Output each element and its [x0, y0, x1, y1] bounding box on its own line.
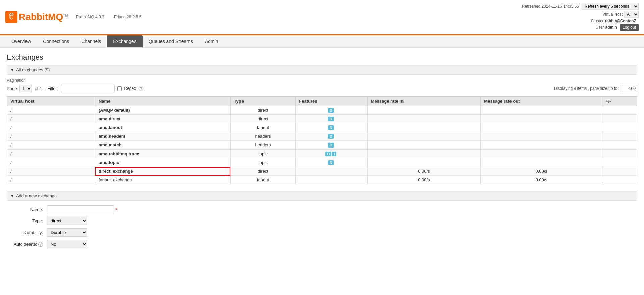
- refresh-select[interactable]: Refresh every 5 seconds Refresh every 10…: [582, 3, 639, 10]
- of-label: of 1: [35, 86, 42, 91]
- page-label: Page: [7, 86, 17, 91]
- table-row: /amq.rabbitmq.tracetopicDI: [7, 150, 637, 158]
- cell-rate-out: 0.00/s: [481, 167, 602, 176]
- cell-rate-in: [367, 132, 481, 141]
- exchange-type-select[interactable]: direct fanout topic headers: [47, 217, 87, 225]
- feature-badge-i: I: [332, 152, 336, 156]
- name-row: Name: *: [7, 205, 637, 213]
- cell-actions: [602, 176, 637, 184]
- cell-type: topic: [230, 158, 296, 167]
- pagination-controls: Page 1 of 1 - Filter: Regex ? Displaying…: [7, 85, 637, 92]
- cell-actions: [602, 158, 637, 167]
- cell-actions: [602, 150, 637, 158]
- user-label: User: [595, 25, 604, 30]
- cell-features: D: [296, 106, 367, 115]
- durability-select[interactable]: Durable Transient: [47, 228, 87, 237]
- pagination-label: Pagination: [7, 78, 637, 83]
- cell-vhost: /: [7, 106, 95, 115]
- filter-input[interactable]: [61, 85, 115, 92]
- cell-rate-in: [367, 150, 481, 158]
- nav-admin[interactable]: Admin: [199, 35, 224, 47]
- cell-rate-out: [481, 132, 602, 141]
- nav-connections[interactable]: Connections: [37, 35, 75, 47]
- exchange-name-input[interactable]: [47, 205, 114, 213]
- table-row: /amq.topictopicD: [7, 158, 637, 167]
- cell-type: headers: [230, 132, 296, 141]
- logo-text: RabbitMQTM: [19, 12, 68, 22]
- table-row: /amq.directdirectD: [7, 115, 637, 123]
- nav-overview[interactable]: Overview: [5, 35, 37, 47]
- displaying-label: Displaying 9 items , page size up to:: [554, 86, 619, 91]
- nav: Overview Connections Channels Exchanges …: [0, 35, 644, 48]
- cell-vhost: /: [7, 115, 95, 123]
- display-info: Displaying 9 items , page size up to:: [554, 85, 637, 92]
- cell-name[interactable]: fanout_exchange: [95, 176, 230, 184]
- auto-delete-row: Auto delete: ? No Yes: [7, 240, 637, 248]
- cell-name[interactable]: direct_exchange: [95, 167, 230, 176]
- feature-badge-d: D: [328, 134, 334, 139]
- col-rate-in: Message rate in: [367, 97, 481, 106]
- durability-row: Durability: Durable Transient: [7, 228, 637, 237]
- cell-name[interactable]: (AMQP default): [95, 106, 230, 115]
- col-rate-out: Message rate out: [481, 97, 602, 106]
- page-select[interactable]: 1: [19, 85, 32, 92]
- cell-rate-in: [367, 106, 481, 115]
- cell-features: D: [296, 115, 367, 123]
- cell-type: direct: [230, 106, 296, 115]
- name-label: Name:: [7, 207, 47, 212]
- cell-name[interactable]: amq.match: [95, 141, 230, 150]
- cell-name[interactable]: amq.fanout: [95, 123, 230, 132]
- rabbitmq-version: RabbitMQ 4.0.3: [76, 15, 104, 19]
- cell-actions: [602, 167, 637, 176]
- page-size-input[interactable]: [621, 85, 637, 92]
- col-name: Name: [95, 97, 230, 106]
- cell-features: D: [296, 158, 367, 167]
- nav-channels[interactable]: Channels: [75, 35, 107, 47]
- table-header-row: Virtual host Name Type Features Message …: [7, 97, 637, 106]
- cell-type: topic: [230, 150, 296, 158]
- cell-name[interactable]: amq.direct: [95, 115, 230, 123]
- cluster-line: Cluster rabbit@Centos7: [522, 19, 639, 23]
- table-row: /fanout_exchangefanout0.00/s0.00/s: [7, 176, 637, 184]
- user-line: User admin Log out: [522, 24, 639, 31]
- cell-rate-out: [481, 115, 602, 123]
- regex-checkbox[interactable]: [117, 86, 122, 91]
- cell-name[interactable]: amq.headers: [95, 132, 230, 141]
- page-title: Exchanges: [7, 53, 637, 62]
- cell-rate-in: [367, 123, 481, 132]
- cell-name[interactable]: amq.topic: [95, 158, 230, 167]
- cell-rate-in: [367, 141, 481, 150]
- add-exchange-toggle[interactable]: ▼ Add a new exchange: [7, 191, 637, 201]
- regex-help-icon[interactable]: ?: [139, 86, 143, 91]
- auto-delete-select[interactable]: No Yes: [47, 240, 87, 248]
- cell-features: D: [296, 132, 367, 141]
- vhost-line: Virtual host All /: [522, 11, 639, 18]
- durability-label: Durability:: [7, 230, 47, 235]
- cell-rate-out: [481, 141, 602, 150]
- cell-rate-in: 0.00/s: [367, 176, 481, 184]
- cell-type: fanout: [230, 176, 296, 184]
- refresh-line: Refreshed 2024-11-16 14:35:55 Refresh ev…: [522, 3, 639, 10]
- required-star: *: [115, 207, 117, 212]
- cell-features: D: [296, 141, 367, 150]
- add-exchange-label: Add a new exchange: [16, 193, 57, 198]
- col-features: Features: [296, 97, 367, 106]
- cell-name[interactable]: amq.rabbitmq.trace: [95, 150, 230, 158]
- cell-vhost: /: [7, 167, 95, 176]
- cell-rate-out: [481, 123, 602, 132]
- col-type: Type: [230, 97, 296, 106]
- erlang-version: Erlang 26.2.5.5: [114, 15, 141, 19]
- exchanges-table: Virtual host Name Type Features Message …: [7, 96, 637, 184]
- all-exchanges-toggle[interactable]: ▼ All exchanges (9): [7, 65, 637, 75]
- table-row: /amq.fanoutfanoutD: [7, 123, 637, 132]
- all-exchanges-label: All exchanges (9): [16, 67, 50, 72]
- cell-actions: [602, 106, 637, 115]
- col-vhost: Virtual host: [7, 97, 95, 106]
- cell-rate-in: [367, 158, 481, 167]
- nav-queues-streams[interactable]: Queues and Streams: [143, 35, 199, 47]
- type-row: Type: direct fanout topic headers: [7, 217, 637, 225]
- logout-button[interactable]: Log out: [620, 24, 639, 31]
- nav-exchanges[interactable]: Exchanges: [107, 35, 142, 47]
- auto-delete-help-icon[interactable]: ?: [38, 242, 43, 247]
- vhost-select[interactable]: All /: [624, 11, 639, 18]
